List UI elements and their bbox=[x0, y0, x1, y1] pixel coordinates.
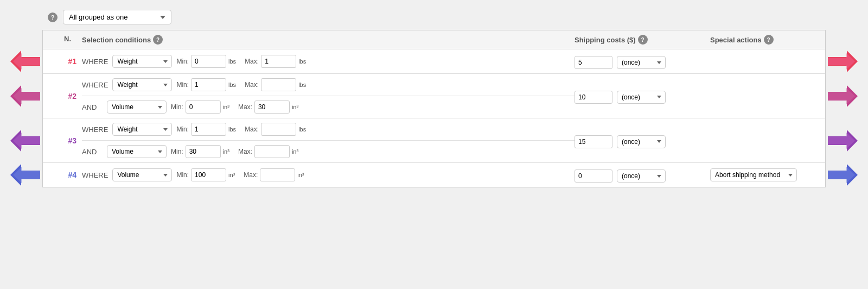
max-group: Max: in³ bbox=[238, 145, 298, 158]
min-group: Min: in³ bbox=[171, 100, 229, 114]
group-by-row: ? All grouped as one Each grouped separa… bbox=[10, 10, 858, 24]
max-input-2-2[interactable] bbox=[254, 100, 290, 114]
special-action-select-4[interactable]: Abort shipping method Abort shipping met… bbox=[710, 168, 797, 181]
right-arrow-1[interactable] bbox=[828, 51, 858, 72]
conditions-area-2: WHERE Weight Weight Volume Price Quantit… bbox=[82, 78, 575, 114]
max-input-4-1[interactable] bbox=[260, 168, 295, 181]
condition-line-2-2: AND Volume Weight Volume Price Quantity … bbox=[82, 100, 575, 114]
frequency-select-2[interactable]: (once) (per item) (per kg) bbox=[617, 91, 666, 104]
min-input-3-2[interactable] bbox=[186, 145, 221, 158]
max-group: Max: lbs bbox=[245, 123, 306, 136]
min-group: Min: lbs bbox=[176, 123, 236, 136]
connector-label: AND bbox=[82, 103, 103, 111]
rule-row-1: #1 WHERE Weight Weight Volume Price Quan… bbox=[43, 49, 825, 74]
condition-line-3-2: AND Volume Weight Volume Price Quantity … bbox=[82, 145, 575, 158]
min-group: Min: in³ bbox=[176, 168, 235, 181]
max-group: Max: lbs bbox=[245, 55, 306, 68]
left-arrow-3[interactable] bbox=[10, 130, 40, 152]
connector-label: WHERE bbox=[82, 58, 108, 66]
field-select-3-1[interactable]: Weight Weight Volume Price Quantity bbox=[112, 123, 172, 136]
special-actions-4: Abort shipping method Abort shipping met… bbox=[710, 168, 819, 181]
conditions-area-3: WHERE Weight Weight Volume Price Quantit… bbox=[82, 123, 575, 158]
right-arrow-3[interactable] bbox=[828, 130, 858, 152]
connector-label: AND bbox=[82, 148, 103, 156]
frequency-select-3[interactable]: (once) (per item) (per kg) bbox=[617, 135, 666, 148]
rule-line-2: #2 WHERE Weight Weight Volume Price Quan… bbox=[43, 74, 825, 118]
field-select-1-1[interactable]: Weight Weight Volume Price Quantity bbox=[112, 55, 172, 68]
field-select-2-1[interactable]: Weight Weight Volume Price Quantity bbox=[112, 78, 172, 91]
min-input-2-2[interactable] bbox=[186, 100, 221, 114]
min-group: Min: lbs bbox=[176, 78, 236, 91]
connector-label: WHERE bbox=[82, 81, 108, 89]
conditions-help-icon[interactable]: ? bbox=[153, 35, 163, 45]
rule-row-2: #2 WHERE Weight Weight Volume Price Quan… bbox=[43, 74, 825, 118]
max-input-3-2[interactable] bbox=[254, 145, 290, 158]
row-num-2: #2 bbox=[49, 92, 82, 100]
connector-label: WHERE bbox=[82, 125, 108, 134]
rows-container: #1 WHERE Weight Weight Volume Price Quan… bbox=[43, 49, 825, 187]
costs-area-1: (once) (per item) (per kg) bbox=[575, 54, 710, 69]
cost-input-3[interactable] bbox=[575, 135, 612, 148]
condition-line-3-1: WHERE Weight Weight Volume Price Quantit… bbox=[82, 123, 575, 136]
col-costs-header: Shipping costs ($) ? bbox=[575, 35, 710, 45]
field-select-4-1[interactable]: Volume Weight Volume Price Quantity bbox=[112, 168, 172, 181]
group-by-select[interactable]: All grouped as one Each grouped separate… bbox=[63, 10, 171, 24]
main-table: N. Selection conditions ? Shipping costs… bbox=[42, 30, 826, 187]
field-select-2-2[interactable]: Volume Weight Volume Price Quantity bbox=[107, 100, 167, 114]
left-arrow-1[interactable] bbox=[10, 51, 40, 72]
row-num-4: #4 bbox=[49, 171, 82, 179]
costs-area-2: (once) (per item) (per kg) bbox=[575, 89, 710, 104]
min-input-2-1[interactable] bbox=[191, 78, 226, 91]
field-select-3-2[interactable]: Volume Weight Volume Price Quantity bbox=[107, 145, 167, 158]
max-input-1-1[interactable] bbox=[261, 55, 296, 68]
col-actions-header: Special actions ? bbox=[710, 35, 819, 45]
min-group: Min: lbs bbox=[176, 55, 236, 68]
rule-line-3: #3 WHERE Weight Weight Volume Price Quan… bbox=[43, 118, 825, 162]
rule-row-4: #4 WHERE Volume Weight Volume Price Quan… bbox=[43, 163, 825, 187]
max-input-3-1[interactable] bbox=[261, 123, 296, 136]
max-group: Max: in³ bbox=[238, 100, 298, 114]
row-num-1: #1 bbox=[49, 57, 82, 66]
max-group: Max: in³ bbox=[244, 168, 304, 181]
rule-row-3: #3 WHERE Weight Weight Volume Price Quan… bbox=[43, 118, 825, 163]
min-input-4-1[interactable] bbox=[191, 168, 226, 181]
col-conditions-header: Selection conditions ? bbox=[82, 35, 575, 45]
conditions-area-1: WHERE Weight Weight Volume Price Quantit… bbox=[82, 55, 575, 68]
conditions-area-4: WHERE Volume Weight Volume Price Quantit… bbox=[82, 168, 575, 181]
page-container: ? All grouped as one Each grouped separa… bbox=[5, 5, 863, 192]
min-group: Min: in³ bbox=[171, 145, 229, 158]
max-group: Max: lbs bbox=[245, 78, 306, 91]
cost-input-1[interactable] bbox=[575, 56, 612, 69]
condition-line-1-1: WHERE Weight Weight Volume Price Quantit… bbox=[82, 55, 575, 68]
costs-area-4: (once) (per item) (per kg) bbox=[575, 167, 710, 183]
left-arrow-2[interactable] bbox=[10, 85, 40, 107]
group-by-help-icon[interactable]: ? bbox=[48, 12, 58, 22]
left-arrow-4[interactable] bbox=[10, 164, 40, 186]
costs-help-icon[interactable]: ? bbox=[638, 35, 648, 45]
frequency-select-1[interactable]: (once) (per item) (per kg) bbox=[617, 56, 666, 69]
condition-line-2-1: WHERE Weight Weight Volume Price Quantit… bbox=[82, 78, 575, 91]
condition-line-4-1: WHERE Volume Weight Volume Price Quantit… bbox=[82, 168, 575, 181]
table-header: N. Selection conditions ? Shipping costs… bbox=[43, 30, 825, 49]
rule-line-1: #1 WHERE Weight Weight Volume Price Quan… bbox=[43, 49, 825, 73]
cost-input-2[interactable] bbox=[575, 91, 612, 104]
right-arrow-4[interactable] bbox=[828, 164, 858, 186]
costs-area-3: (once) (per item) (per kg) bbox=[575, 133, 710, 148]
rule-line-4: #4 WHERE Volume Weight Volume Price Quan… bbox=[43, 163, 825, 187]
min-input-3-1[interactable] bbox=[191, 123, 226, 136]
row-num-3: #3 bbox=[49, 136, 82, 145]
col-n-header: N. bbox=[49, 35, 82, 45]
max-input-2-1[interactable] bbox=[261, 78, 296, 91]
actions-help-icon[interactable]: ? bbox=[764, 35, 774, 45]
connector-label: WHERE bbox=[82, 171, 108, 179]
right-arrow-2[interactable] bbox=[828, 85, 858, 107]
cost-input-4[interactable] bbox=[575, 169, 612, 183]
frequency-select-4[interactable]: (once) (per item) (per kg) bbox=[617, 169, 666, 183]
min-input-1-1[interactable] bbox=[191, 55, 226, 68]
